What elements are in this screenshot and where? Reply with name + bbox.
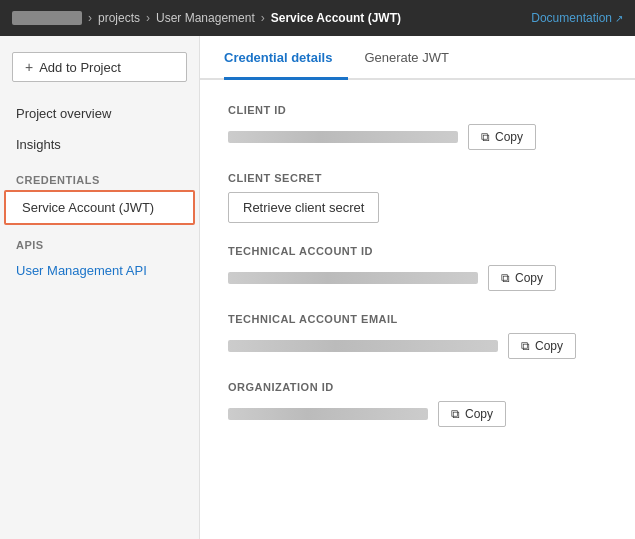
copy-icon-2: ⧉ xyxy=(501,271,510,285)
client-id-copy-button[interactable]: ⧉ Copy xyxy=(468,124,536,150)
organization-id-label: ORGANIZATION ID xyxy=(228,381,607,393)
breadcrumb-sep-2: › xyxy=(146,11,150,25)
technical-account-email-value xyxy=(228,340,498,352)
technical-account-email-row: ⧉ Copy xyxy=(228,333,607,359)
organization-id-copy-button[interactable]: ⧉ Copy xyxy=(438,401,506,427)
client-id-value xyxy=(228,131,458,143)
external-link-icon: ↗ xyxy=(615,13,623,24)
organization-id-value xyxy=(228,408,428,420)
sidebar-item-insights[interactable]: Insights xyxy=(0,129,199,160)
tabs-bar: Credential details Generate JWT xyxy=(200,36,635,80)
client-id-row: ⧉ Copy xyxy=(228,124,607,150)
technical-account-email-copy-button[interactable]: ⧉ Copy xyxy=(508,333,576,359)
technical-account-email-copy-label: Copy xyxy=(535,339,563,353)
main-content: Credential details Generate JWT CLIENT I… xyxy=(200,36,635,539)
technical-account-email-section: TECHNICAL ACCOUNT EMAIL ⧉ Copy xyxy=(228,313,607,359)
technical-account-id-copy-label: Copy xyxy=(515,271,543,285)
client-id-copy-label: Copy xyxy=(495,130,523,144)
sidebar: + Add to Project Project overview Insigh… xyxy=(0,36,200,539)
breadcrumb-projects[interactable]: projects xyxy=(98,11,140,25)
technical-account-id-copy-button[interactable]: ⧉ Copy xyxy=(488,265,556,291)
add-to-project-label: Add to Project xyxy=(39,60,121,75)
client-id-label: CLIENT ID xyxy=(228,104,607,116)
technical-account-id-row: ⧉ Copy xyxy=(228,265,607,291)
tab-credential-details[interactable]: Credential details xyxy=(224,36,348,80)
credentials-section-label: CREDENTIALS xyxy=(0,160,199,190)
client-secret-label: CLIENT SECRET xyxy=(228,172,607,184)
copy-icon-4: ⧉ xyxy=(451,407,460,421)
documentation-link[interactable]: Documentation ↗ xyxy=(531,11,623,25)
sidebar-item-project-overview[interactable]: Project overview xyxy=(0,98,199,129)
client-id-section: CLIENT ID ⧉ Copy xyxy=(228,104,607,150)
layout: + Add to Project Project overview Insigh… xyxy=(0,36,635,539)
technical-account-email-label: TECHNICAL ACCOUNT EMAIL xyxy=(228,313,607,325)
add-to-project-button[interactable]: + Add to Project xyxy=(12,52,187,82)
apis-section-label: APIS xyxy=(0,225,199,255)
copy-icon-3: ⧉ xyxy=(521,339,530,353)
breadcrumb-sep-3: › xyxy=(261,11,265,25)
sidebar-item-service-account-jwt[interactable]: Service Account (JWT) xyxy=(4,190,195,225)
organization-id-copy-label: Copy xyxy=(465,407,493,421)
technical-account-id-value xyxy=(228,272,478,284)
credential-details-content: CLIENT ID ⧉ Copy CLIENT SECRET Retrieve … xyxy=(200,80,635,473)
plus-icon: + xyxy=(25,59,33,75)
breadcrumb-sep-1: › xyxy=(88,11,92,25)
technical-account-id-section: TECHNICAL ACCOUNT ID ⧉ Copy xyxy=(228,245,607,291)
top-nav: › projects › User Management › Service A… xyxy=(0,0,635,36)
organization-id-row: ⧉ Copy xyxy=(228,401,607,427)
sidebar-item-user-management-api[interactable]: User Management API xyxy=(0,255,199,286)
client-secret-section: CLIENT SECRET Retrieve client secret xyxy=(228,172,607,223)
breadcrumb-current: Service Account (JWT) xyxy=(271,11,401,25)
organization-id-section: ORGANIZATION ID ⧉ Copy xyxy=(228,381,607,427)
technical-account-id-label: TECHNICAL ACCOUNT ID xyxy=(228,245,607,257)
client-secret-row: Retrieve client secret xyxy=(228,192,607,223)
copy-icon-1: ⧉ xyxy=(481,130,490,144)
retrieve-client-secret-button[interactable]: Retrieve client secret xyxy=(228,192,379,223)
brand-logo xyxy=(12,11,82,25)
tab-generate-jwt[interactable]: Generate JWT xyxy=(364,36,465,80)
breadcrumb-user-management[interactable]: User Management xyxy=(156,11,255,25)
documentation-label: Documentation xyxy=(531,11,612,25)
